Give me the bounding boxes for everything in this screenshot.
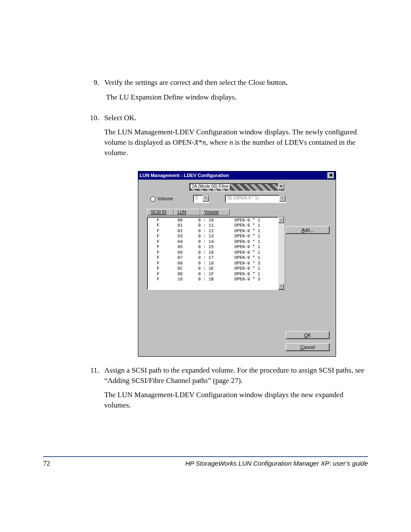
col-volume[interactable]: Volume (200, 209, 230, 215)
footer-title: HP StorageWorks LUN Configuration Manage… (185, 460, 368, 467)
step-text: Assign a SCSI path to the expanded volum… (104, 365, 368, 386)
step-text: The LU Expansion Define window displays. (104, 92, 368, 103)
scroll-up-icon[interactable]: ▲ (278, 217, 284, 223)
step-number: 10. (43, 113, 104, 162)
volume-desc-select[interactable]: 00 (OPEN-9 * 1) ▼ (225, 195, 286, 203)
add-button[interactable]: Add... (286, 226, 330, 234)
ldev-config-dialog: LUN Management - LDEV Configuration ✖ 2A… (138, 171, 336, 357)
col-lun[interactable]: LUN (174, 209, 200, 215)
scrollbar[interactable]: ▲ ▼ (278, 217, 285, 290)
step-text: Verify the settings are correct and then… (104, 78, 368, 88)
step-text: The LUN Management-LDEV Configuration wi… (104, 127, 368, 158)
step-text: Select OK. (104, 113, 368, 123)
port-select[interactable]: 2A (Mode 00) Fibre ▼ (189, 183, 285, 191)
cancel-button[interactable]: Cancel (286, 343, 330, 351)
chevron-down-icon[interactable]: ▼ (278, 184, 284, 190)
chevron-down-icon[interactable]: ▼ (279, 195, 286, 202)
step-number: 9. (43, 78, 104, 107)
port-select-value: 2A (Mode 00) Fibre (191, 184, 230, 189)
volume-num-select[interactable]: 0 ▼ (193, 195, 209, 203)
scroll-down-icon[interactable]: ▼ (278, 283, 284, 289)
col-scsi-id[interactable]: SCSI ID (147, 209, 174, 215)
page-number: 72 (43, 460, 50, 467)
step-number: 11. (43, 365, 104, 415)
chevron-down-icon[interactable]: ▼ (202, 195, 209, 202)
step-text: The LUN Management-LDEV Configuration wi… (104, 390, 368, 411)
ok-button[interactable]: OK (286, 331, 330, 339)
close-icon[interactable]: ✖ (327, 172, 334, 179)
ldev-listbox[interactable]: F 00 0 : 10 OPEN-9 * 1 F 01 0 : 11 OPEN-… (147, 217, 278, 290)
volume-radio[interactable]: Volume (150, 196, 173, 202)
dialog-titlebar[interactable]: LUN Management - LDEV Configuration ✖ (138, 171, 336, 180)
dialog-title: LUN Management - LDEV Configuration (140, 173, 229, 178)
